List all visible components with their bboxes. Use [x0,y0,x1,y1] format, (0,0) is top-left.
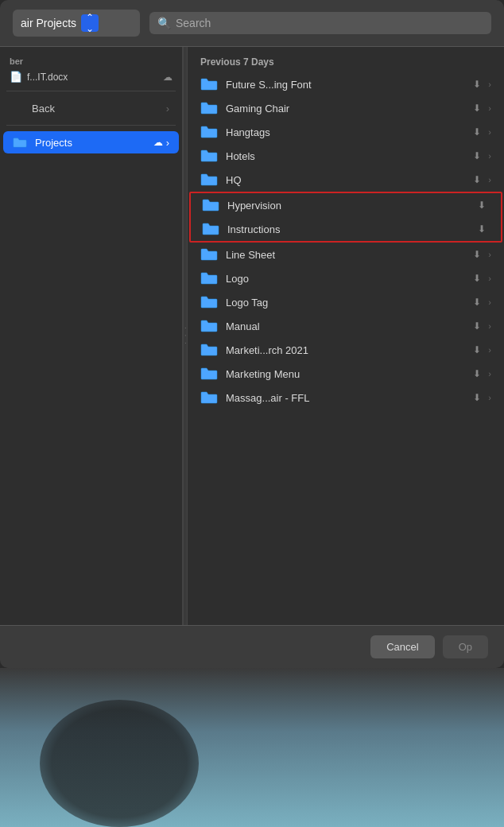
cloud-download-icon[interactable]: ⬇︎ [469,390,485,406]
cloud-download-icon[interactable]: ⬇︎ [469,100,485,116]
file-actions: ⬇︎ › [469,172,491,188]
chair-silhouette [40,700,199,827]
projects-label: Projects [35,137,72,149]
folder-icon-logo [200,271,218,285]
folder-icon-instructions [202,222,219,236]
search-bar[interactable]: 🔍 [149,12,491,34]
cloud-download-icon[interactable]: ⬇︎ [469,172,485,188]
file-actions: ⬇︎ › [469,318,491,334]
file-row-marketing-rch[interactable]: Marketi...rch 2021 ⬇︎ › [188,338,504,362]
file-name: Future S...ing Font [226,79,469,91]
cloud-icon: ☁ [163,72,173,83]
file-name: Line Sheet [226,249,469,261]
cloud-download-icon[interactable]: ⬇︎ [469,318,485,334]
file-row-line-sheet[interactable]: Line Sheet ⬇︎ › [188,243,504,266]
folder-icon-gaming [200,101,218,115]
file-name-hypervision: Hypervision [227,200,474,212]
file-picker-dialog: air Projects ⌃⌄ 🔍 ber 📄 f...IT.docx ☁ Ba… [0,0,504,668]
file-row-gaming[interactable]: Gaming Chair ⬇︎ › [188,96,504,120]
recents-label: ber [0,53,182,68]
cloud-download-icon[interactable]: ⬇︎ [469,148,485,164]
cloud-download-icon[interactable]: ⬇︎ [469,76,485,92]
file-row-instructions[interactable]: Instructions ⬇︎ [191,217,501,241]
chevron-right-icon: › [488,345,491,355]
dialog-header: air Projects ⌃⌄ 🔍 [0,0,504,47]
chevron-right-icon: › [488,80,491,89]
sidebar-item-back[interactable]: Back › [3,97,179,119]
chevron-right-icon: › [488,297,491,307]
location-dropdown[interactable]: air Projects ⌃⌄ [13,10,140,37]
file-row-massag[interactable]: Massag...air - FFL ⬇︎ › [188,386,504,410]
file-row-logo[interactable]: Logo ⬇︎ › [188,266,504,290]
dialog-footer: Cancel Op [0,625,504,668]
file-name: HQ [226,174,469,186]
file-actions: ⬇︎ [474,221,490,237]
file-name: Manual [226,320,469,332]
cloud-download-icon[interactable]: ⬇︎ [469,124,485,140]
file-actions: ⬇︎ [474,197,490,213]
file-row-future[interactable]: Future S...ing Font ⬇︎ › [188,72,504,96]
file-row-marketing-menu[interactable]: Marketing Menu ⬇︎ › [188,362,504,386]
file-name: Marketi...rch 2021 [226,344,469,356]
cloud-download-icon[interactable]: ⬇︎ [469,270,485,286]
file-name-instructions: Instructions [227,223,474,235]
open-button[interactable]: Op [443,635,488,658]
folder-icon-logo-tag [200,295,218,309]
chevron-right-icon: › [488,175,491,184]
chevron-right-icon: › [488,393,491,402]
file-actions: ⬇︎ › [469,342,491,358]
folder-icon-manual [200,319,218,333]
cloud-download-icon[interactable]: ⬇︎ [474,221,490,237]
cloud-download-icon[interactable]: ⬇︎ [469,247,485,262]
sidebar-item-projects[interactable]: Projects ☁ › [3,131,179,153]
file-row-hotels[interactable]: Hotels ⬇︎ › [188,144,504,168]
chevron-right-icon: › [488,369,491,379]
file-actions: ⬇︎ › [469,390,491,406]
sidebar-divider [6,91,176,91]
cloud-download-icon[interactable]: ⬇︎ [469,366,485,382]
chevron-right-active-icon: › [166,137,169,149]
folder-icon-future [200,77,218,91]
cloud-download-icon[interactable]: ⬇︎ [474,197,490,213]
file-actions: ⬇︎ › [469,366,491,382]
doc-icon: 📄 [10,71,22,83]
search-input[interactable] [176,17,483,29]
chevron-right-icon: › [488,103,491,113]
folder-icon-hq [200,173,218,187]
back-label: Back [32,103,55,115]
file-row-hq[interactable]: HQ ⬇︎ › [188,168,504,192]
file-actions: ⬇︎ › [469,294,491,310]
file-actions: ⬇︎ › [469,124,491,140]
file-row-hangtags[interactable]: Hangtags ⬇︎ › [188,120,504,144]
file-name: Hotels [226,150,469,162]
chevron-right-icon: › [488,250,491,259]
doc-name: f...IT.docx [27,72,68,83]
file-row-manual[interactable]: Manual ⬇︎ › [188,314,504,338]
cloud-download-icon[interactable]: ⬇︎ [469,342,485,358]
file-name: Marketing Menu [226,368,469,380]
file-actions: ⬇︎ › [469,100,491,116]
file-actions: ⬇︎ › [469,148,491,164]
cancel-button[interactable]: Cancel [370,635,434,658]
file-actions: ⬇︎ › [469,247,491,262]
file-actions: ⬇︎ › [469,76,491,92]
sidebar: ber 📄 f...IT.docx ☁ Back › Projects [0,47,183,625]
folder-icon-hangtags [200,125,218,139]
chevron-right-icon: › [488,151,491,161]
dropdown-label: air Projects [21,17,76,29]
folder-icon-line-sheet [200,247,218,262]
dialog-content: ber 📄 f...IT.docx ☁ Back › Projects [0,47,504,625]
cloud-download-icon[interactable]: ⬇︎ [469,294,485,310]
folder-icon-marketing-menu [200,367,218,381]
file-name: Logo [226,273,469,285]
chevron-right-icon: › [488,274,491,283]
file-list: Previous 7 Days Future S...ing Font ⬇︎ › [188,47,504,625]
folder-icon-massag [200,390,218,405]
file-actions: ⬇︎ › [469,270,491,286]
file-row-logo-tag[interactable]: Logo Tag ⬇︎ › [188,290,504,314]
chevron-up-down-icon: ⌃⌄ [81,14,99,32]
folder-icon-hypervision [202,198,219,212]
file-row-hypervision[interactable]: Hypervision ⬇︎ [191,193,501,217]
recent-doc-item[interactable]: 📄 f...IT.docx ☁ [0,68,182,86]
folder-icon-hotels [200,149,218,163]
